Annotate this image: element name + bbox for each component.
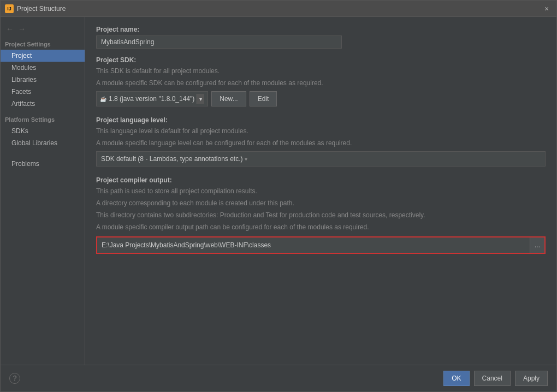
app-icon: IJ [5, 4, 14, 13]
cancel-button[interactable]: Cancel [474, 371, 511, 386]
main-content: Project name: Project SDK: This SDK is d… [85, 17, 556, 365]
project-compiler-output-section: Project compiler output: This path is us… [96, 176, 546, 254]
sdk-select-arrow[interactable]: ▾ [197, 94, 204, 104]
sdk-select-icon: ☕ [100, 96, 106, 102]
content-area: ← → Project Settings Project Modules Lib… [1, 17, 556, 365]
dialog-footer: ? OK Cancel Apply [1, 365, 556, 391]
project-sdk-desc1: This SDK is default for all project modu… [96, 66, 546, 76]
project-settings-header: Project Settings [1, 39, 85, 50]
sdk-new-button[interactable]: New... [211, 91, 246, 106]
close-button[interactable]: × [541, 3, 552, 14]
compiler-output-desc2: A directory corresponding to each module… [96, 198, 546, 208]
sidebar-item-sdks[interactable]: SDKs [1, 125, 85, 137]
project-name-section: Project name: [96, 26, 546, 49]
project-sdk-desc2: A module specific SDK can be configured … [96, 78, 546, 88]
project-structure-dialog: IJ Project Structure × ← → Project Setti… [0, 0, 557, 392]
compiler-output-desc1: This path is used to store all project c… [96, 186, 546, 196]
compiler-output-desc4: A module specific compiler output path c… [96, 222, 546, 232]
nav-arrows: ← → [1, 21, 85, 39]
project-name-label: Project name: [96, 26, 546, 33]
sidebar-item-libraries[interactable]: Libraries [1, 74, 85, 86]
compiler-output-input[interactable] [97, 237, 530, 253]
sidebar: ← → Project Settings Project Modules Lib… [1, 17, 85, 365]
sdk-select[interactable]: ☕ 1.8 (java version "1.8.0_144") ▾ [96, 91, 208, 106]
compiler-output-browse-button[interactable]: ... [530, 237, 544, 253]
title-bar: IJ Project Structure × [1, 1, 556, 17]
apply-button[interactable]: Apply [515, 371, 548, 386]
project-name-input[interactable] [96, 35, 342, 49]
sidebar-item-global-libraries[interactable]: Global Libraries [1, 137, 85, 149]
project-sdk-label: Project SDK: [96, 56, 546, 64]
dialog-title: Project Structure [17, 5, 541, 13]
footer-right: OK Cancel Apply [443, 371, 548, 386]
project-sdk-section: Project SDK: This SDK is default for all… [96, 56, 546, 106]
language-level-select[interactable]: SDK default (8 - Lambdas, type annotatio… [96, 151, 546, 167]
project-language-level-desc1: This language level is default for all p… [96, 126, 546, 136]
project-language-level-section: Project language level: This language le… [96, 116, 546, 167]
help-button[interactable]: ? [9, 373, 20, 384]
sdk-select-value: 1.8 (java version "1.8.0_144") [109, 95, 194, 103]
language-level-value: SDK default (8 - Lambdas, type annotatio… [101, 155, 242, 163]
sidebar-item-project[interactable]: Project [1, 50, 85, 62]
footer-left: ? [9, 373, 20, 384]
compiler-output-wrapper: ... [96, 236, 546, 254]
sidebar-item-problems[interactable]: Problems [1, 158, 85, 170]
sidebar-item-modules[interactable]: Modules [1, 62, 85, 74]
sdk-row: ☕ 1.8 (java version "1.8.0_144") ▾ New..… [96, 91, 546, 106]
compiler-output-desc3: This directory contains two subdirectori… [96, 210, 546, 220]
project-compiler-output-label: Project compiler output: [96, 176, 546, 184]
back-arrow[interactable]: ← [5, 23, 15, 34]
project-language-level-desc2: A module specific language level can be … [96, 138, 546, 148]
platform-settings-header: Platform Settings [1, 114, 85, 125]
sidebar-item-artifacts[interactable]: Artifacts [1, 98, 85, 110]
forward-arrow[interactable]: → [17, 23, 27, 34]
ok-button[interactable]: OK [443, 371, 469, 386]
project-language-level-label: Project language level: [96, 116, 546, 124]
language-level-arrow: ▾ [245, 156, 247, 162]
sidebar-item-facets[interactable]: Facets [1, 86, 85, 98]
sdk-edit-button[interactable]: Edit [250, 91, 277, 106]
